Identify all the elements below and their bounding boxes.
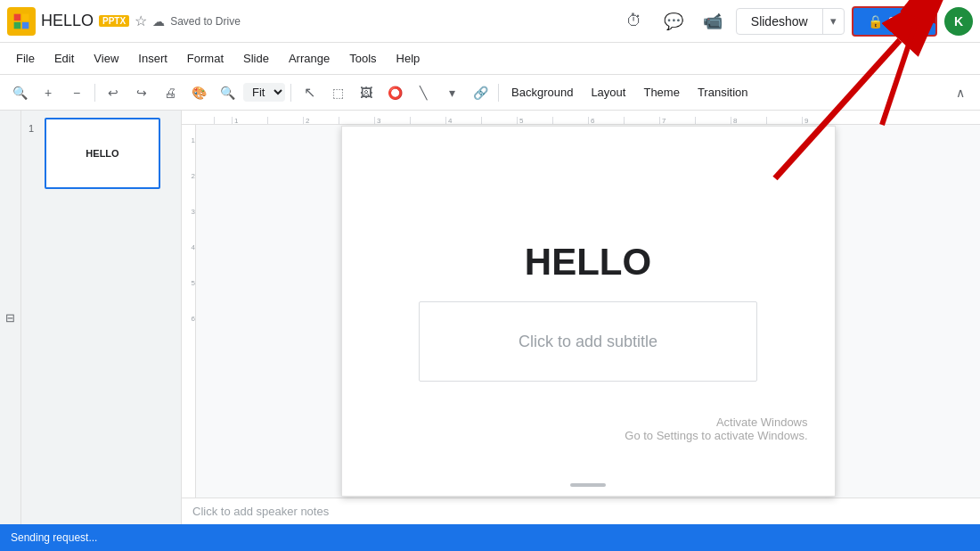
menu-tools[interactable]: Tools — [340, 48, 385, 69]
watermark-line2: Go to Settings to activate Windows. — [625, 429, 807, 442]
subtitle-placeholder[interactable]: Click to add subtitle — [419, 301, 757, 382]
subtitle-placeholder-text: Click to add subtitle — [519, 333, 657, 351]
file-type-badge: PPTX — [99, 15, 129, 27]
paint-format-btn[interactable]: 🎨 — [186, 80, 211, 105]
ruler-left: 1 2 3 4 5 6 — [182, 125, 196, 498]
ruler-top: 1 2 3 4 5 6 7 8 9 — [182, 111, 980, 125]
theme-btn[interactable]: Theme — [636, 83, 686, 102]
comments-icon-btn[interactable]: 💬 — [657, 5, 690, 37]
status-bar: Sending request... — [0, 524, 980, 551]
svg-rect-2 — [14, 13, 21, 21]
search-btn[interactable]: 🔍 — [7, 80, 32, 105]
redo-btn[interactable]: ↪ — [129, 80, 154, 105]
history-icon-btn[interactable]: ⏱ — [618, 5, 650, 37]
title-bar-right: ⏱ 💬 📹 Slideshow ▾ 🔒 Share K — [618, 5, 973, 37]
menu-insert[interactable]: Insert — [129, 48, 176, 69]
main-layout: ⊟ 1 HELLO 1 2 3 4 5 6 — [0, 111, 980, 524]
collapse-toolbar-btn[interactable]: ∧ — [948, 80, 973, 105]
layout-btn[interactable]: Layout — [584, 83, 633, 102]
ruler-tick — [214, 117, 232, 124]
menu-file[interactable]: File — [7, 48, 44, 69]
zoom-in-btn[interactable]: + — [36, 80, 61, 105]
title-bar: HELLO PPTX ☆ ☁ Saved to Drive ⏱ 💬 📹 Slid… — [0, 0, 980, 43]
print-btn[interactable]: 🖨 — [158, 80, 183, 105]
file-name: HELLO — [41, 12, 94, 30]
select-btn[interactable]: ⬚ — [325, 80, 350, 105]
share-button[interactable]: 🔒 Share — [852, 6, 937, 37]
toolbar-sep-3 — [498, 84, 499, 102]
slideshow-dropdown-button[interactable]: ▾ — [823, 9, 844, 33]
line-btn[interactable]: ╲ — [411, 80, 436, 105]
canvas-wrapper[interactable]: 1 2 3 4 5 6 HELLO Click to add subtitle … — [182, 125, 980, 498]
svg-rect-3 — [22, 13, 29, 21]
slide-thumbnail-container: 1 HELLO — [29, 118, 174, 189]
menu-bar: File Edit View Insert Format Slide Arran… — [0, 43, 980, 75]
watermark-line1: Activate Windows — [625, 415, 807, 429]
star-icon[interactable]: ☆ — [135, 12, 147, 29]
slides-panel-toggle[interactable]: ⊟ — [0, 111, 21, 524]
lock-icon: 🔒 — [868, 14, 883, 29]
slideshow-button[interactable]: Slideshow — [737, 9, 823, 34]
cursor-btn[interactable]: ↖ — [297, 80, 322, 105]
menu-edit[interactable]: Edit — [45, 48, 83, 69]
slide-panel: 1 HELLO — [21, 111, 182, 524]
scroll-indicator — [570, 483, 606, 487]
toolbar: 🔍 + − ↩ ↪ 🖨 🎨 🔍 Fit ↖ ⬚ 🖼 ⭕ ╲ ▾ 🔗 Backgr… — [0, 75, 980, 111]
toolbar-sep-2 — [290, 84, 291, 102]
toolbar-sep-1 — [94, 84, 95, 102]
app-logo — [7, 7, 36, 36]
image-btn[interactable]: 🖼 — [354, 80, 379, 105]
svg-rect-4 — [14, 21, 21, 29]
menu-slide[interactable]: Slide — [234, 48, 278, 69]
transition-btn[interactable]: Transition — [690, 83, 755, 102]
more-shapes-btn[interactable]: ▾ — [439, 80, 464, 105]
background-btn[interactable]: Background — [504, 83, 580, 102]
status-text: Sending request... — [11, 531, 97, 544]
zoom-select-btn[interactable]: 🔍 — [215, 80, 240, 105]
shape-btn[interactable]: ⭕ — [382, 80, 407, 105]
link-btn[interactable]: 🔗 — [468, 80, 493, 105]
zoom-select[interactable]: Fit — [243, 83, 285, 102]
file-title-area: HELLO PPTX ☆ ☁ Saved to Drive — [41, 12, 613, 30]
zoom-out-btn[interactable]: − — [64, 80, 89, 105]
video-call-icon-btn[interactable]: 📹 — [697, 5, 729, 37]
menu-arrange[interactable]: Arrange — [280, 48, 339, 69]
activate-watermark: Activate Windows Go to Settings to activ… — [625, 415, 807, 442]
undo-btn[interactable]: ↩ — [101, 80, 126, 105]
speaker-notes[interactable]: Click to add speaker notes — [182, 498, 980, 524]
svg-rect-5 — [22, 21, 29, 29]
menu-help[interactable]: Help — [388, 48, 429, 69]
canvas-area[interactable]: 1 2 3 4 5 6 7 8 9 1 — [182, 111, 980, 524]
slideshow-btn-group: Slideshow ▾ — [736, 8, 845, 35]
saved-status-text: Saved to Drive — [170, 15, 241, 28]
slide-number: 1 — [29, 123, 39, 134]
share-label: Share — [888, 14, 921, 29]
thumbnail-text: HELLO — [86, 148, 118, 159]
slide-title[interactable]: HELLO — [525, 241, 651, 284]
user-avatar[interactable]: K — [944, 7, 973, 36]
slide-canvas[interactable]: HELLO Click to add subtitle Activate Win… — [341, 126, 836, 497]
menu-format[interactable]: Format — [178, 48, 233, 69]
speaker-notes-placeholder: Click to add speaker notes — [192, 505, 329, 518]
cloud-save-icon: ☁ — [152, 14, 165, 29]
slide-thumbnail[interactable]: HELLO — [45, 118, 160, 189]
menu-view[interactable]: View — [85, 48, 127, 69]
